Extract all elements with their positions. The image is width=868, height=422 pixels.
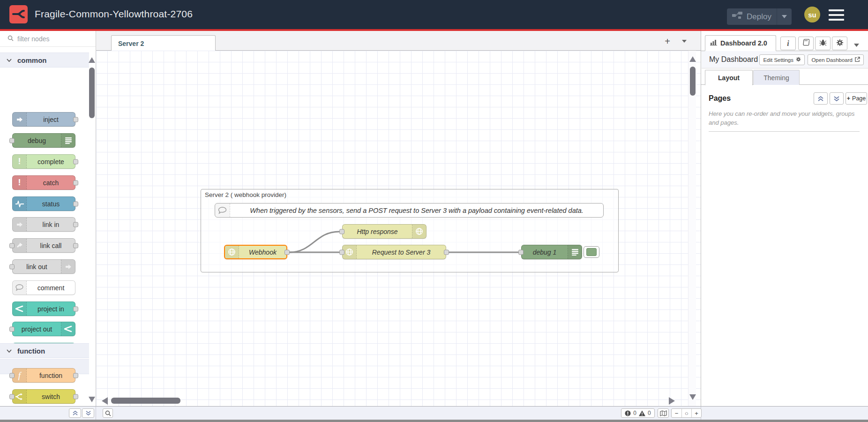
- palette-node-function[interactable]: f function: [12, 368, 75, 383]
- function-icon: f: [13, 369, 27, 382]
- flow-node-comment[interactable]: When triggered by the sensors, send a PO…: [215, 203, 604, 218]
- double-chevron-up-icon: [818, 96, 823, 101]
- palette-node-inject[interactable]: inject: [12, 112, 75, 127]
- scroll-left-arrow[interactable]: [102, 397, 108, 405]
- scroll-down-arrow[interactable]: [89, 397, 95, 402]
- scroll-up-arrow[interactable]: [689, 56, 696, 62]
- workspace-title: Fragile-Common-Yellowthroat-2706: [35, 8, 193, 20]
- output-port[interactable]: [73, 117, 78, 122]
- palette-category-common[interactable]: common: [0, 53, 89, 68]
- scroll-down-arrow[interactable]: [689, 394, 696, 400]
- palette-collapse-all-button[interactable]: [69, 408, 81, 418]
- move-down-button[interactable]: [830, 92, 844, 105]
- sidebar-tab-dashboard[interactable]: Dashboard 2.0: [705, 35, 776, 51]
- zoom-in-button[interactable]: +: [691, 409, 701, 417]
- palette-node-status[interactable]: status: [12, 196, 75, 211]
- palette-node-link-call[interactable]: link call: [12, 238, 75, 253]
- canvas-vertical-scrollbar[interactable]: [688, 51, 696, 406]
- globe-icon: [343, 245, 357, 259]
- switch-icon: [13, 390, 27, 403]
- flow-node-webhook[interactable]: Webhook: [224, 245, 287, 259]
- input-port[interactable]: [9, 394, 15, 399]
- dashboard-header-row: My Dashboard Edit Settings Open Dashboar…: [702, 51, 868, 68]
- plus-icon: +: [847, 95, 850, 102]
- output-port[interactable]: [444, 249, 449, 255]
- link-call-icon: [13, 239, 27, 252]
- output-port[interactable]: [73, 222, 78, 227]
- add-page-button[interactable]: + Page: [846, 92, 867, 105]
- deploy-label: Deploy: [747, 12, 771, 22]
- palette-expand-all-button[interactable]: [82, 408, 94, 418]
- input-port[interactable]: [518, 249, 524, 255]
- palette-scrollbar[interactable]: [89, 50, 96, 404]
- tab-layout[interactable]: Layout: [705, 70, 753, 85]
- palette-node-debug[interactable]: debug: [12, 133, 75, 148]
- input-port[interactable]: [9, 373, 15, 378]
- output-port[interactable]: [73, 180, 78, 185]
- canvas-search-button[interactable]: [103, 408, 113, 418]
- palette-filter-input[interactable]: filter nodes: [0, 31, 96, 47]
- flow-list-caret[interactable]: [679, 35, 690, 47]
- flow-canvas[interactable]: Server 2 ( webhook provider) When trigge…: [96, 51, 701, 406]
- edit-settings-button[interactable]: Edit Settings: [759, 54, 805, 65]
- palette-filter-placeholder: filter nodes: [17, 35, 49, 43]
- user-avatar[interactable]: su: [804, 7, 820, 23]
- palette-node-project-in[interactable]: project in: [12, 301, 75, 316]
- output-port[interactable]: [73, 243, 78, 248]
- palette-node-project-out[interactable]: project out: [12, 322, 75, 336]
- deploy-button[interactable]: Deploy: [727, 8, 792, 25]
- palette-node-comment[interactable]: comment: [12, 280, 75, 295]
- palette-node-link-out[interactable]: link out: [12, 259, 75, 274]
- flow-node-request-to-server-3[interactable]: Request to Server 3: [342, 245, 446, 259]
- output-port[interactable]: [73, 373, 78, 378]
- navigator-button[interactable]: [658, 408, 669, 418]
- palette-category-function[interactable]: function: [0, 343, 89, 358]
- flow-node-debug-1[interactable]: debug 1: [521, 245, 582, 259]
- node-red-app: Fragile-Common-Yellowthroat-2706 Deploy …: [0, 0, 868, 422]
- inject-icon: [13, 113, 27, 126]
- palette-node-switch[interactable]: switch: [12, 389, 75, 404]
- canvas-horizontal-scrollbar[interactable]: [96, 396, 677, 406]
- input-port[interactable]: [9, 264, 15, 269]
- warning-icon: [639, 410, 645, 416]
- palette-node-link-in[interactable]: link in: [12, 217, 75, 232]
- input-port[interactable]: [339, 229, 344, 234]
- tab-theming[interactable]: Theming: [753, 70, 800, 85]
- output-port[interactable]: [284, 249, 290, 255]
- input-port[interactable]: [9, 326, 15, 332]
- output-port[interactable]: [73, 394, 78, 399]
- canvas-hscroll-thumb[interactable]: [111, 398, 180, 404]
- main-menu-icon[interactable]: [829, 9, 844, 21]
- input-port[interactable]: [339, 249, 344, 255]
- info-tab-button[interactable]: i: [780, 37, 796, 50]
- debug-enable-toggle[interactable]: [584, 246, 599, 258]
- move-up-button[interactable]: [814, 92, 828, 105]
- output-port[interactable]: [73, 306, 78, 311]
- deploy-icon: [732, 12, 742, 22]
- debug-tab-button[interactable]: [815, 37, 831, 50]
- scroll-right-arrow[interactable]: [669, 397, 675, 405]
- palette-node-catch[interactable]: ! catch: [12, 175, 75, 190]
- add-flow-icon[interactable]: +: [661, 35, 674, 47]
- notification-counts[interactable]: 0 0: [621, 408, 655, 418]
- canvas-vscroll-thumb[interactable]: [690, 67, 696, 96]
- comment-bubble-icon: [13, 281, 27, 294]
- zoom-reset-button[interactable]: ○: [681, 409, 691, 417]
- flow-tab-server-2[interactable]: Server 2: [111, 35, 216, 51]
- flow-node-http-response[interactable]: Http response: [342, 224, 427, 239]
- output-port[interactable]: [73, 201, 78, 206]
- sidebar-menu-caret[interactable]: [854, 40, 859, 49]
- error-count: 0: [633, 410, 636, 416]
- input-port[interactable]: [9, 138, 15, 143]
- help-tab-button[interactable]: [798, 37, 814, 50]
- output-port[interactable]: [73, 159, 78, 164]
- input-port[interactable]: [9, 243, 15, 248]
- palette-scrollbar-thumb[interactable]: [89, 68, 95, 118]
- zoom-out-button[interactable]: −: [672, 409, 681, 417]
- scroll-up-arrow[interactable]: [89, 57, 95, 63]
- deploy-options-caret[interactable]: [777, 8, 792, 25]
- open-dashboard-button[interactable]: Open Dashboard: [808, 54, 864, 65]
- info-icon: i: [787, 39, 789, 48]
- palette-node-complete[interactable]: ! complete: [12, 154, 75, 169]
- config-tab-button[interactable]: [832, 37, 847, 50]
